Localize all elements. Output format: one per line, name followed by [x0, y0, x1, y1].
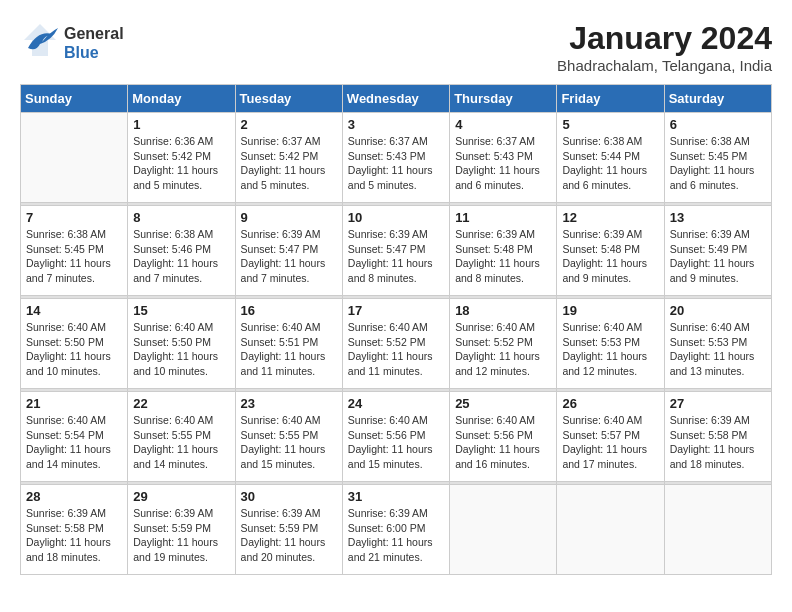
day-info: Sunrise: 6:40 AM Sunset: 5:53 PM Dayligh… [562, 320, 658, 379]
weekday-header: Saturday [664, 85, 771, 113]
day-number: 15 [133, 303, 229, 318]
weekday-header: Sunday [21, 85, 128, 113]
day-info: Sunrise: 6:39 AM Sunset: 5:48 PM Dayligh… [562, 227, 658, 286]
day-info: Sunrise: 6:40 AM Sunset: 5:53 PM Dayligh… [670, 320, 766, 379]
calendar-week-row: 28Sunrise: 6:39 AM Sunset: 5:58 PM Dayli… [21, 485, 772, 575]
calendar-cell [21, 113, 128, 203]
day-number: 16 [241, 303, 337, 318]
logo-bird-icon [20, 20, 60, 66]
day-number: 11 [455, 210, 551, 225]
day-info: Sunrise: 6:37 AM Sunset: 5:43 PM Dayligh… [348, 134, 444, 193]
logo-text: General Blue [64, 24, 124, 62]
weekday-header-row: SundayMondayTuesdayWednesdayThursdayFrid… [21, 85, 772, 113]
day-number: 6 [670, 117, 766, 132]
day-info: Sunrise: 6:40 AM Sunset: 5:50 PM Dayligh… [133, 320, 229, 379]
day-info: Sunrise: 6:38 AM Sunset: 5:46 PM Dayligh… [133, 227, 229, 286]
day-number: 22 [133, 396, 229, 411]
calendar-cell: 9Sunrise: 6:39 AM Sunset: 5:47 PM Daylig… [235, 206, 342, 296]
calendar-cell [664, 485, 771, 575]
title-area: January 2024 Bhadrachalam, Telangana, In… [557, 20, 772, 74]
day-info: Sunrise: 6:39 AM Sunset: 5:58 PM Dayligh… [670, 413, 766, 472]
day-number: 5 [562, 117, 658, 132]
logo: General Blue [20, 20, 124, 66]
calendar-cell: 27Sunrise: 6:39 AM Sunset: 5:58 PM Dayli… [664, 392, 771, 482]
month-title: January 2024 [557, 20, 772, 57]
calendar-cell: 31Sunrise: 6:39 AM Sunset: 6:00 PM Dayli… [342, 485, 449, 575]
day-number: 2 [241, 117, 337, 132]
calendar-cell: 10Sunrise: 6:39 AM Sunset: 5:47 PM Dayli… [342, 206, 449, 296]
day-info: Sunrise: 6:38 AM Sunset: 5:44 PM Dayligh… [562, 134, 658, 193]
calendar-cell: 23Sunrise: 6:40 AM Sunset: 5:55 PM Dayli… [235, 392, 342, 482]
calendar-cell: 21Sunrise: 6:40 AM Sunset: 5:54 PM Dayli… [21, 392, 128, 482]
calendar-cell: 26Sunrise: 6:40 AM Sunset: 5:57 PM Dayli… [557, 392, 664, 482]
day-info: Sunrise: 6:40 AM Sunset: 5:57 PM Dayligh… [562, 413, 658, 472]
day-info: Sunrise: 6:40 AM Sunset: 5:50 PM Dayligh… [26, 320, 122, 379]
calendar-cell: 15Sunrise: 6:40 AM Sunset: 5:50 PM Dayli… [128, 299, 235, 389]
calendar-week-row: 1Sunrise: 6:36 AM Sunset: 5:42 PM Daylig… [21, 113, 772, 203]
day-number: 26 [562, 396, 658, 411]
calendar-week-row: 7Sunrise: 6:38 AM Sunset: 5:45 PM Daylig… [21, 206, 772, 296]
day-info: Sunrise: 6:39 AM Sunset: 5:48 PM Dayligh… [455, 227, 551, 286]
day-info: Sunrise: 6:37 AM Sunset: 5:43 PM Dayligh… [455, 134, 551, 193]
day-number: 28 [26, 489, 122, 504]
weekday-header: Monday [128, 85, 235, 113]
day-number: 27 [670, 396, 766, 411]
day-info: Sunrise: 6:40 AM Sunset: 5:55 PM Dayligh… [133, 413, 229, 472]
day-info: Sunrise: 6:39 AM Sunset: 5:59 PM Dayligh… [241, 506, 337, 565]
day-info: Sunrise: 6:36 AM Sunset: 5:42 PM Dayligh… [133, 134, 229, 193]
day-info: Sunrise: 6:39 AM Sunset: 5:49 PM Dayligh… [670, 227, 766, 286]
calendar-cell: 11Sunrise: 6:39 AM Sunset: 5:48 PM Dayli… [450, 206, 557, 296]
calendar-cell: 19Sunrise: 6:40 AM Sunset: 5:53 PM Dayli… [557, 299, 664, 389]
day-number: 7 [26, 210, 122, 225]
weekday-header: Tuesday [235, 85, 342, 113]
calendar-cell: 18Sunrise: 6:40 AM Sunset: 5:52 PM Dayli… [450, 299, 557, 389]
day-info: Sunrise: 6:40 AM Sunset: 5:52 PM Dayligh… [348, 320, 444, 379]
calendar-cell: 5Sunrise: 6:38 AM Sunset: 5:44 PM Daylig… [557, 113, 664, 203]
calendar-cell: 25Sunrise: 6:40 AM Sunset: 5:56 PM Dayli… [450, 392, 557, 482]
day-info: Sunrise: 6:40 AM Sunset: 5:56 PM Dayligh… [455, 413, 551, 472]
calendar-cell: 29Sunrise: 6:39 AM Sunset: 5:59 PM Dayli… [128, 485, 235, 575]
day-info: Sunrise: 6:39 AM Sunset: 5:47 PM Dayligh… [348, 227, 444, 286]
day-info: Sunrise: 6:39 AM Sunset: 5:58 PM Dayligh… [26, 506, 122, 565]
weekday-header: Wednesday [342, 85, 449, 113]
day-info: Sunrise: 6:40 AM Sunset: 5:51 PM Dayligh… [241, 320, 337, 379]
day-number: 29 [133, 489, 229, 504]
day-number: 13 [670, 210, 766, 225]
calendar-cell: 4Sunrise: 6:37 AM Sunset: 5:43 PM Daylig… [450, 113, 557, 203]
day-number: 12 [562, 210, 658, 225]
day-info: Sunrise: 6:37 AM Sunset: 5:42 PM Dayligh… [241, 134, 337, 193]
day-info: Sunrise: 6:38 AM Sunset: 5:45 PM Dayligh… [670, 134, 766, 193]
calendar-cell: 13Sunrise: 6:39 AM Sunset: 5:49 PM Dayli… [664, 206, 771, 296]
day-number: 18 [455, 303, 551, 318]
calendar-cell: 12Sunrise: 6:39 AM Sunset: 5:48 PM Dayli… [557, 206, 664, 296]
calendar-cell: 24Sunrise: 6:40 AM Sunset: 5:56 PM Dayli… [342, 392, 449, 482]
calendar-cell: 20Sunrise: 6:40 AM Sunset: 5:53 PM Dayli… [664, 299, 771, 389]
calendar-cell: 22Sunrise: 6:40 AM Sunset: 5:55 PM Dayli… [128, 392, 235, 482]
day-number: 1 [133, 117, 229, 132]
calendar-cell: 3Sunrise: 6:37 AM Sunset: 5:43 PM Daylig… [342, 113, 449, 203]
day-info: Sunrise: 6:38 AM Sunset: 5:45 PM Dayligh… [26, 227, 122, 286]
calendar-cell: 30Sunrise: 6:39 AM Sunset: 5:59 PM Dayli… [235, 485, 342, 575]
calendar-cell [450, 485, 557, 575]
calendar-cell: 16Sunrise: 6:40 AM Sunset: 5:51 PM Dayli… [235, 299, 342, 389]
day-number: 8 [133, 210, 229, 225]
day-number: 30 [241, 489, 337, 504]
weekday-header: Friday [557, 85, 664, 113]
day-number: 21 [26, 396, 122, 411]
day-info: Sunrise: 6:40 AM Sunset: 5:54 PM Dayligh… [26, 413, 122, 472]
calendar-cell: 1Sunrise: 6:36 AM Sunset: 5:42 PM Daylig… [128, 113, 235, 203]
calendar-cell: 17Sunrise: 6:40 AM Sunset: 5:52 PM Dayli… [342, 299, 449, 389]
day-number: 19 [562, 303, 658, 318]
day-info: Sunrise: 6:39 AM Sunset: 5:59 PM Dayligh… [133, 506, 229, 565]
calendar-week-row: 21Sunrise: 6:40 AM Sunset: 5:54 PM Dayli… [21, 392, 772, 482]
day-number: 9 [241, 210, 337, 225]
calendar-cell: 7Sunrise: 6:38 AM Sunset: 5:45 PM Daylig… [21, 206, 128, 296]
weekday-header: Thursday [450, 85, 557, 113]
day-info: Sunrise: 6:39 AM Sunset: 5:47 PM Dayligh… [241, 227, 337, 286]
day-number: 17 [348, 303, 444, 318]
day-number: 31 [348, 489, 444, 504]
calendar-cell: 2Sunrise: 6:37 AM Sunset: 5:42 PM Daylig… [235, 113, 342, 203]
page-header: General Blue January 2024 Bhadrachalam, … [20, 20, 772, 74]
calendar-week-row: 14Sunrise: 6:40 AM Sunset: 5:50 PM Dayli… [21, 299, 772, 389]
day-info: Sunrise: 6:40 AM Sunset: 5:55 PM Dayligh… [241, 413, 337, 472]
